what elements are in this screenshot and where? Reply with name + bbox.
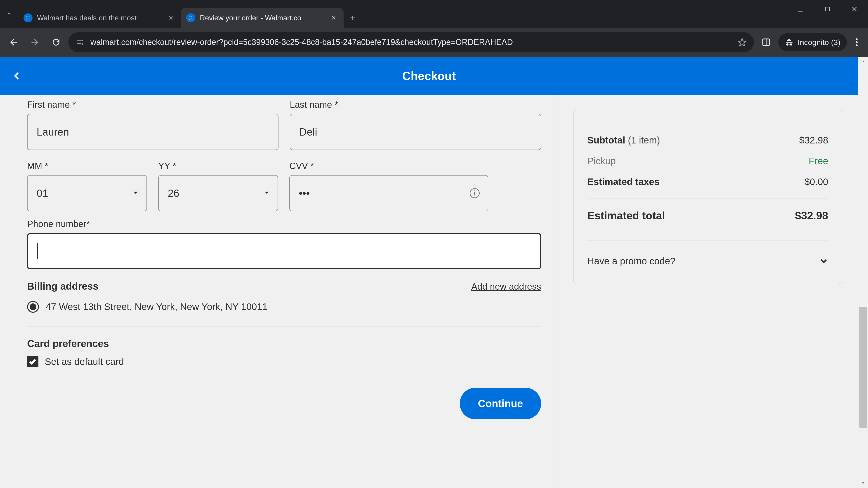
url-text: walmart.com/checkout/review-order?pcid=5… [90, 37, 732, 47]
browser-tab-strip: Walmart has deals on the most Review you… [0, 0, 868, 28]
svg-point-4 [856, 41, 858, 43]
divider [27, 326, 541, 327]
subtotal-label: Subtotal (1 item) [587, 135, 660, 146]
scroll-up-arrow[interactable] [858, 57, 868, 67]
card-preferences-title: Card preferences [27, 338, 541, 349]
last-name-label: Last name * [290, 100, 541, 110]
tab-search-dropdown[interactable] [0, 6, 18, 22]
yy-label: YY * [158, 161, 278, 171]
address-text: 47 West 13th Street, New York, New York,… [46, 301, 268, 312]
nav-reload-button[interactable] [47, 33, 65, 51]
order-summary-card: Subtotal (1 item) $32.98 Pickup Free Est… [573, 109, 842, 285]
page-content: Checkout First name * Lauren Last name *… [0, 57, 858, 488]
checkout-header: Checkout [0, 57, 858, 95]
browser-menu-button[interactable] [850, 38, 864, 47]
address-bar[interactable]: walmart.com/checkout/review-order?pcid=5… [68, 32, 754, 52]
browser-tab-1[interactable]: Review your order - Walmart.co [181, 8, 344, 28]
window-controls [786, 0, 868, 28]
window-minimize-button[interactable] [786, 0, 814, 18]
browser-toolbar: walmart.com/checkout/review-order?pcid=5… [0, 28, 868, 57]
browser-tab-0[interactable]: Walmart has deals on the most [18, 8, 181, 28]
promo-code-toggle[interactable]: Have a promo code? [587, 247, 828, 269]
first-name-input[interactable]: Lauren [27, 114, 278, 150]
cvv-info-icon[interactable]: i [470, 188, 480, 198]
phone-label: Phone number* [27, 219, 541, 229]
cvv-label: CVV * [289, 161, 488, 171]
subtotal-value: $32.98 [799, 135, 828, 146]
close-tab-icon[interactable] [330, 14, 337, 22]
close-tab-icon[interactable] [167, 14, 175, 22]
page-viewport: Checkout First name * Lauren Last name *… [0, 57, 868, 488]
checkbox-checked-icon [27, 356, 38, 367]
chevron-down-icon [131, 187, 140, 199]
svg-rect-1 [763, 39, 769, 45]
svg-point-3 [856, 38, 858, 40]
mm-label: MM * [27, 161, 147, 171]
total-value: $32.98 [795, 209, 828, 222]
first-name-label: First name * [27, 100, 278, 110]
tab-title: Review your order - Walmart.co [200, 14, 326, 22]
svg-rect-2 [767, 39, 767, 45]
window-maximize-button[interactable] [814, 0, 841, 18]
taxes-value: $0.00 [804, 176, 828, 187]
new-tab-button[interactable] [344, 8, 362, 28]
svg-point-5 [856, 44, 858, 46]
vertical-scrollbar[interactable] [858, 57, 868, 488]
page-title: Checkout [402, 69, 456, 83]
chevron-down-icon [819, 257, 828, 266]
nav-back-button[interactable] [4, 33, 23, 51]
total-label: Estimated total [587, 209, 665, 222]
window-close-button[interactable] [841, 0, 868, 18]
billing-address-option[interactable]: 47 West 13th Street, New York, New York,… [27, 301, 541, 313]
site-settings-icon[interactable] [75, 37, 85, 47]
billing-address-title: Billing address [27, 281, 98, 292]
add-new-address-link[interactable]: Add new address [471, 282, 541, 292]
taxes-label: Estimated taxes [587, 176, 659, 187]
phone-input[interactable] [27, 233, 541, 269]
svg-rect-0 [825, 7, 829, 11]
incognito-icon [784, 38, 794, 47]
pickup-label: Pickup [587, 156, 616, 166]
last-name-input[interactable]: Deli [290, 114, 541, 150]
reader-mode-icon[interactable] [757, 33, 775, 51]
bookmark-star-icon[interactable] [737, 37, 747, 47]
incognito-indicator[interactable]: Incognito (3) [778, 33, 847, 51]
scrollbar-thumb[interactable] [859, 307, 867, 428]
walmart-spark-icon [24, 13, 33, 22]
order-summary-column: Subtotal (1 item) $32.98 Pickup Free Est… [557, 95, 858, 488]
walmart-spark-icon [186, 13, 195, 22]
scroll-down-arrow[interactable] [858, 478, 868, 488]
text-cursor [37, 243, 38, 259]
nav-forward-button[interactable] [26, 33, 44, 51]
header-back-button[interactable] [9, 68, 25, 84]
cvv-input[interactable]: ••• i [289, 175, 488, 211]
chevron-down-icon [263, 187, 271, 199]
checkout-form: First name * Lauren Last name * Deli MM … [0, 95, 557, 488]
promo-label: Have a promo code? [587, 256, 675, 267]
incognito-label: Incognito (3) [798, 38, 840, 47]
expiry-year-select[interactable]: 26 [158, 175, 278, 211]
expiry-month-select[interactable]: 01 [27, 175, 147, 211]
pickup-value: Free [809, 156, 828, 166]
radio-selected-icon [27, 301, 39, 313]
default-card-label: Set as default card [45, 356, 124, 367]
continue-button[interactable]: Continue [460, 388, 541, 419]
tab-title: Walmart has deals on the most [37, 14, 163, 22]
default-card-checkbox-row[interactable]: Set as default card [27, 356, 541, 367]
